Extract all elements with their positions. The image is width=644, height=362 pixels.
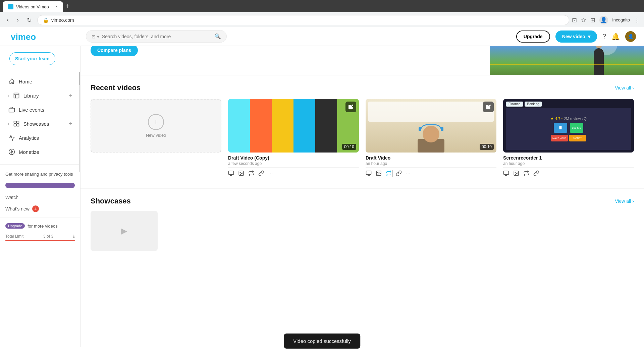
total-limit-info-icon[interactable]: ℹ — [73, 234, 75, 239]
total-limit-value: 3 of 3 — [43, 234, 53, 239]
svg-rect-11 — [366, 171, 371, 175]
draft-copy-time: a few seconds ago — [228, 161, 359, 166]
draft-action-more[interactable]: ··· — [406, 171, 410, 177]
showcase-thumbnail[interactable]: ▶ — [91, 211, 158, 251]
upgrade-tag[interactable]: Upgrade — [5, 223, 25, 229]
screenrecorder-card[interactable]: Finance Banking ★ 4.7 • 2M reviews Q — [503, 99, 634, 180]
start-team-area: Start your team — [0, 46, 80, 72]
watch-label: Watch — [5, 195, 18, 200]
showcases-expand-arrow: › — [8, 122, 9, 126]
sidebar-item-showcases[interactable]: › Showcases + — [3, 117, 77, 131]
draft-action-link[interactable] — [396, 170, 402, 178]
extension-icon[interactable]: ⊞ — [590, 16, 595, 24]
recent-videos-section: Recent videos View all › + New video — [80, 75, 644, 188]
sr-content-area: ★ 4.7 • 2M reviews Q 101 MB — [506, 108, 631, 150]
header-vimeo-logo: vimeo — [11, 32, 41, 41]
color-bar-3 — [272, 99, 293, 153]
help-icon[interactable]: ? — [602, 33, 606, 40]
sidebar-scrollbar[interactable] — [79, 72, 80, 172]
draft-copy-card[interactable]: 00:10 Draft Video (Copy) a few seconds a… — [228, 99, 359, 180]
upgrade-button[interactable]: Upgrade — [516, 31, 550, 43]
svg-rect-6 — [17, 124, 19, 126]
monetize-icon — [8, 148, 15, 156]
sidebar-item-whats-new[interactable]: What's new 4 — [0, 203, 80, 215]
new-video-button[interactable]: New video ▾ — [555, 31, 597, 43]
draft-copy-action-review[interactable] — [228, 170, 234, 178]
new-tab-button[interactable]: + — [63, 2, 72, 10]
library-add-button[interactable]: + — [68, 92, 72, 99]
showcases-section: Showcases View all › ▶ — [80, 188, 644, 259]
profile-icon[interactable]: 👤 — [599, 16, 608, 24]
draft-copy-action-image[interactable] — [238, 170, 244, 178]
sidebar-scrollbar-thumb[interactable] — [79, 72, 80, 85]
upgrade-videos-area: Upgrade for more videos — [0, 221, 80, 231]
draft-action-review[interactable] — [366, 170, 372, 178]
svg-rect-8 — [229, 171, 234, 175]
sidebar-item-watch[interactable]: Watch — [0, 192, 80, 203]
showcases-view-all[interactable]: View all › — [615, 198, 634, 204]
total-limit-progress-bar — [5, 240, 75, 241]
showcases-add-button[interactable]: + — [68, 120, 72, 127]
draft-time: an hour ago — [366, 161, 496, 166]
sidebar-item-library[interactable]: › Library + — [3, 88, 77, 103]
compare-plans-button[interactable]: Compare plans — [91, 44, 138, 56]
svg-point-10 — [240, 172, 240, 173]
screenrecorder-action-link[interactable] — [533, 170, 539, 178]
recent-videos-header: Recent videos View all › — [91, 83, 634, 92]
screenrecorder-actions — [503, 167, 634, 180]
sidebar-item-live-events[interactable]: Live events — [3, 103, 77, 117]
draft-copy-action-more[interactable]: ··· — [268, 171, 273, 177]
start-team-button[interactable]: Start your team — [9, 52, 55, 65]
search-bar[interactable]: ⊡ ▾ 🔍 — [86, 30, 227, 43]
bookmark-icon[interactable]: ☆ — [581, 16, 586, 24]
draft-copy-edit-icon[interactable] — [345, 102, 356, 112]
color-bar-5 — [315, 99, 337, 153]
menu-icon[interactable]: ⋮ — [634, 16, 640, 24]
draft-duration: 00:10 — [480, 144, 494, 150]
showcases-title: Showcases — [91, 197, 131, 205]
upgrade-privacy-button[interactable] — [5, 183, 75, 188]
sidebar-item-home[interactable]: Home — [3, 74, 77, 88]
new-video-thumbnail[interactable]: + New video — [91, 99, 221, 153]
svg-rect-15 — [504, 171, 509, 175]
showcases-header: Showcases View all › — [91, 197, 634, 205]
svg-rect-5 — [14, 124, 16, 126]
draft-action-image[interactable] — [376, 170, 382, 178]
screenrecorder-action-image[interactable] — [513, 170, 519, 178]
notifications-icon[interactable]: 🔔 — [611, 33, 620, 41]
draft-thumbnail: 00:10 — [366, 99, 496, 153]
privacy-tools-area: Get more sharing and privacy tools — [0, 167, 80, 192]
draft-action-copy[interactable] — [386, 170, 392, 178]
draft-copy-action-transfer[interactable] — [248, 170, 254, 178]
search-input[interactable] — [102, 34, 212, 39]
screenrecorder-info: Screenrecorder 1 an hour ago — [503, 153, 634, 167]
draft-card[interactable]: 00:10 Draft Video an hour ago — [366, 99, 496, 180]
draft-copy-action-link[interactable] — [258, 170, 264, 178]
address-bar[interactable]: 🔒 vimeo.com — [37, 15, 569, 25]
sidebar-item-home-label: Home — [19, 79, 72, 84]
user-avatar[interactable]: 👤 — [625, 31, 636, 42]
cast-icon[interactable]: ⊡ — [572, 16, 577, 24]
screenrecorder-action-transfer[interactable] — [523, 170, 529, 178]
tab-close-button[interactable]: × — [55, 4, 58, 9]
browser-nav-icons: ⊡ ☆ ⊞ 👤 Incognito ⋮ — [572, 16, 640, 24]
sidebar-item-analytics[interactable]: Analytics — [3, 131, 77, 145]
screenrecorder-action-review[interactable] — [503, 170, 509, 178]
recent-videos-view-all[interactable]: View all › — [615, 85, 634, 90]
draft-copy-title: Draft Video (Copy) — [228, 155, 359, 161]
search-dropdown-icon[interactable]: ⊡ ▾ — [92, 34, 99, 39]
back-button[interactable]: ‹ — [4, 15, 11, 25]
draft-copy-actions: ··· — [228, 167, 359, 180]
color-bars — [228, 99, 359, 153]
draft-edit-icon[interactable] — [483, 102, 494, 112]
sidebar-divider-2 — [0, 218, 80, 218]
refresh-button[interactable]: ↻ — [24, 15, 35, 25]
header-logo-area: vimeo — [5, 32, 86, 41]
sidebar-item-library-label: Library — [23, 93, 65, 99]
color-bar-4 — [293, 99, 315, 153]
sidebar-item-monetize[interactable]: Monetize — [3, 145, 77, 159]
new-video-card[interactable]: + New video — [91, 99, 221, 180]
active-tab[interactable]: Videos on Vimeo × — [3, 1, 63, 12]
forward-button[interactable]: › — [14, 15, 21, 25]
screenrecorder-content: Finance Banking ★ 4.7 • 2M reviews Q — [503, 99, 634, 153]
